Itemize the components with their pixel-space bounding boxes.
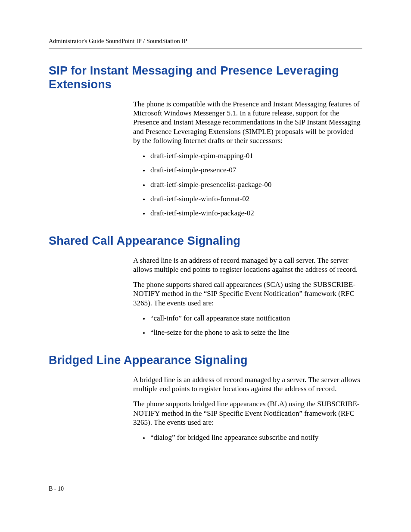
list-item: draft-ietf-simple-winfo-format-02 bbox=[149, 194, 362, 203]
bulleted-list: draft-ietf-simple-cpim-mapping-01 draft-… bbox=[133, 151, 362, 218]
list-item: draft-ietf-simple-presence-07 bbox=[149, 165, 362, 174]
list-item: draft-ietf-simple-cpim-mapping-01 bbox=[149, 151, 362, 160]
section-gap bbox=[49, 343, 362, 353]
bulleted-list: “dialog” for bridged line appearance sub… bbox=[133, 433, 362, 442]
page-number: B - 10 bbox=[49, 485, 64, 492]
section-title-sca: Shared Call Appearance Signaling bbox=[49, 234, 362, 248]
running-head: Administrator's Guide SoundPoint IP / So… bbox=[49, 38, 362, 45]
list-item: “line-seize for the phone to ask to seiz… bbox=[149, 328, 362, 337]
paragraph: A bridged line is an address of record m… bbox=[133, 375, 362, 394]
paragraph: The phone supports shared call appearanc… bbox=[133, 280, 362, 308]
page: Administrator's Guide SoundPoint IP / So… bbox=[0, 0, 411, 532]
section-title-sip-simple: SIP for Instant Messaging and Presence L… bbox=[49, 64, 362, 92]
list-item: draft-ietf-simple-presencelist-package-0… bbox=[149, 180, 362, 189]
section-body-sip-simple: The phone is compatible with the Presenc… bbox=[133, 100, 362, 218]
section-gap bbox=[49, 224, 362, 234]
paragraph: The phone is compatible with the Presenc… bbox=[133, 100, 362, 145]
section-title-bla: Bridged Line Appearance Signaling bbox=[49, 353, 362, 367]
section-body-bla: A bridged line is an address of record m… bbox=[133, 375, 362, 442]
list-item: “call-info” for call appearance state no… bbox=[149, 314, 362, 323]
paragraph: The phone supports bridged line appearan… bbox=[133, 399, 362, 427]
bulleted-list: “call-info” for call appearance state no… bbox=[133, 314, 362, 337]
paragraph: A shared line is an address of record ma… bbox=[133, 256, 362, 274]
section-body-sca: A shared line is an address of record ma… bbox=[133, 256, 362, 337]
header-rule bbox=[49, 48, 362, 49]
list-item: draft-ietf-simple-winfo-package-02 bbox=[149, 208, 362, 218]
list-item: “dialog” for bridged line appearance sub… bbox=[149, 433, 362, 442]
